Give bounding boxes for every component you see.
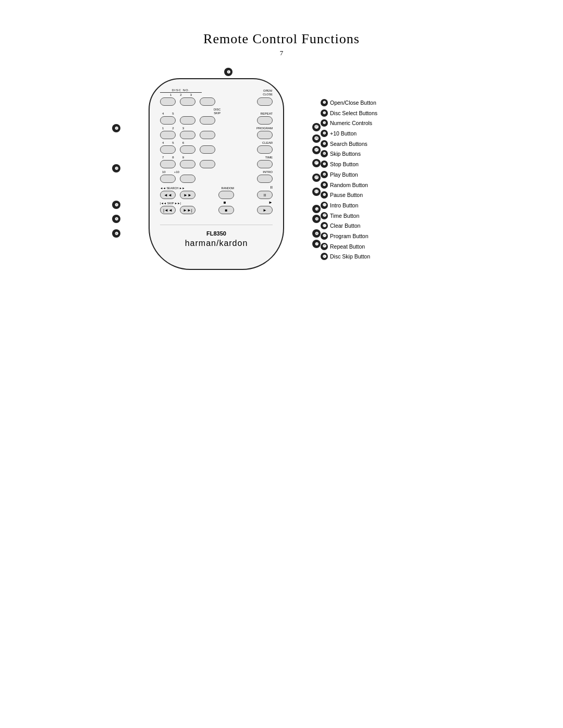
model-number: FL8350 <box>160 230 273 237</box>
callout-10: ❿ <box>312 205 321 213</box>
legend-item-8: ❽ Play Button <box>321 171 435 179</box>
skip-back-button[interactable]: |◄◄ <box>160 206 176 214</box>
legend-num-13: ⓭ <box>321 222 328 229</box>
open-close-label: OPEN/CLOSE <box>263 89 273 96</box>
disc-5-button[interactable] <box>180 116 195 125</box>
repeat-label: REPEAT <box>260 112 273 115</box>
page-number: 7 <box>280 49 284 57</box>
content-area: ❶ ❷ ❸ ❹ ❺ ❻ ❼ ❽ ❾ ❿ ⓫ ⓬ ⓭ ⓮ ⓯ ⓰ DISC NO.… <box>0 78 563 270</box>
disc-3-button[interactable] <box>200 97 215 106</box>
legend-num-1: ❶ <box>321 99 328 106</box>
num-3-button[interactable] <box>200 131 215 139</box>
callout-2: ❷ <box>112 124 120 132</box>
legend-num-15: ⓯ <box>321 243 328 250</box>
legend-num-12: ⓬ <box>321 212 328 219</box>
time-button[interactable] <box>257 160 273 168</box>
time-label: TIME <box>265 156 273 159</box>
legend-num-10: ❿ <box>321 191 328 199</box>
play-symbol-label: ► <box>268 200 273 205</box>
legend-text-16: Disc Skip Button <box>330 253 370 261</box>
nums-row2-labels: 456 <box>160 141 184 144</box>
legend-num-6: ❻ <box>321 150 328 157</box>
num-1-button[interactable] <box>160 131 176 139</box>
repeat-button[interactable] <box>257 116 273 125</box>
legend-item-12: ⓬ Time Button <box>321 212 435 220</box>
legend-item-5: ❺ Search Buttons <box>321 140 435 148</box>
search-row: ◄◄ ►► II <box>160 191 273 199</box>
nums-row1 <box>160 131 273 139</box>
legend-num-3: ❸ <box>321 119 328 127</box>
disc-skip-label: DISCSKIP <box>214 108 221 115</box>
legend-num-16: ⓰ <box>321 253 328 260</box>
random-button[interactable] <box>218 191 234 199</box>
nums-row1-labels: 123 <box>160 127 184 130</box>
legend-item-14: ⓮ Program Button <box>321 232 435 240</box>
callout-14: ⓮ <box>312 146 321 154</box>
intro-button[interactable] <box>257 175 273 183</box>
callout-8: ❽ <box>312 229 321 238</box>
num-2-button[interactable] <box>180 131 195 139</box>
pause-button[interactable]: II <box>257 191 273 199</box>
num-7-button[interactable] <box>160 160 176 168</box>
remote-wrapper: ❶ ❷ ❸ ❹ ❺ ❻ ❼ ❽ ❾ ❿ ⓫ ⓬ ⓭ ⓮ ⓯ ⓰ DISC NO.… <box>128 78 305 270</box>
program-button[interactable] <box>257 131 273 139</box>
callout-9: ❾ <box>312 215 321 223</box>
legend-text-9: Random Button <box>330 181 368 189</box>
nums-row3 <box>160 160 273 168</box>
play-button[interactable]: ► <box>257 206 273 214</box>
search-fwd-button[interactable]: ►► <box>180 191 195 199</box>
nums-row4-labels: 10+10 <box>160 170 179 174</box>
legend-text-11: Intro Button <box>330 202 358 209</box>
legend-item-10: ❿ Pause Button <box>321 191 435 199</box>
nums-row3-labels: 789 <box>160 156 184 159</box>
disc-4-button[interactable] <box>160 116 176 125</box>
legend-text-7: Stop Button <box>330 161 359 168</box>
clear-button[interactable] <box>257 145 273 154</box>
brand-name: harman/kardon <box>160 239 273 248</box>
legend-item-13: ⓭ Clear Button <box>321 222 435 230</box>
legend-text-14: Program Button <box>330 232 369 240</box>
disc-2-button[interactable] <box>180 97 195 106</box>
skip-fwd-button[interactable]: ►►| <box>180 206 195 214</box>
num-5-button[interactable] <box>180 145 195 154</box>
legend: ❶ Open/Close Button ❷ Disc Select Button… <box>315 99 435 263</box>
brand-area: FL8350 harman/kardon <box>160 225 273 248</box>
skip-label: |◄◄ SKIP ►►| <box>160 202 181 205</box>
open-close-button[interactable] <box>257 97 273 106</box>
legend-text-4: +10 Button <box>330 130 357 138</box>
legend-item-4: ❹ +10 Button <box>321 130 435 138</box>
callout-16: ⓰ <box>312 123 321 131</box>
legend-text-1: Open/Close Button <box>330 99 376 107</box>
callout-5: ❺ <box>112 215 120 223</box>
disc-1-button[interactable] <box>160 97 176 106</box>
legend-item-3: ❸ Numeric Controls <box>321 119 435 127</box>
legend-text-8: Play Button <box>330 171 358 179</box>
disc-nums-top: 123 <box>170 93 192 96</box>
legend-num-5: ❺ <box>321 140 328 147</box>
stop-button[interactable]: ■ <box>218 206 234 214</box>
legend-text-12: Time Button <box>330 212 359 220</box>
num-6-button[interactable] <box>200 145 215 154</box>
intro-label: INTRO <box>263 170 273 174</box>
num-10-button[interactable] <box>160 175 176 183</box>
num-9-button[interactable] <box>200 160 215 168</box>
legend-num-11: ⓫ <box>321 202 328 209</box>
num-4-button[interactable] <box>160 145 176 154</box>
search-back-button[interactable]: ◄◄ <box>160 191 176 199</box>
clear-label: CLEAR <box>262 141 273 144</box>
skip-row: |◄◄ ►►| ■ ► <box>160 206 273 214</box>
nums-row2 <box>160 145 273 154</box>
legend-item-7: ❼ Stop Button <box>321 161 435 168</box>
legend-num-9: ❾ <box>321 181 328 189</box>
page-title: Remote Control Functions <box>203 31 360 47</box>
legend-text-15: Repeat Button <box>330 243 365 251</box>
program-label: PROGRAM <box>256 127 273 130</box>
disc-skip-button[interactable] <box>200 116 215 125</box>
disc-row2 <box>160 116 273 125</box>
disc-nums-mid: 45 <box>160 112 174 115</box>
num-8-button[interactable] <box>180 160 195 168</box>
plus10-button[interactable] <box>180 175 195 183</box>
legend-text-10: Pause Button <box>330 191 363 199</box>
pause-symbol-label: II <box>271 185 273 190</box>
legend-item-16: ⓰ Disc Skip Button <box>321 253 435 261</box>
